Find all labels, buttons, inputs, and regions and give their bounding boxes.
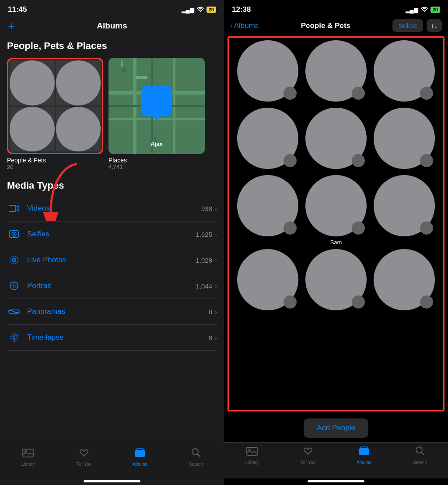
selfies-label: Selfies <box>27 230 196 239</box>
places-thumbnail: 45 28 Ajax <box>108 58 205 154</box>
person-item-6[interactable] <box>372 108 437 172</box>
select-button[interactable]: Select <box>392 19 423 32</box>
tab-library-label-right: Library <box>245 460 259 465</box>
tab-search-label-right: Search <box>413 460 427 465</box>
people-pets-album-card[interactable]: People & Pets 20 <box>7 58 103 170</box>
person-item-10[interactable] <box>235 249 300 313</box>
people-pets-name: People & Pets <box>7 157 103 164</box>
home-indicator-right <box>308 480 364 482</box>
person-item-11[interactable] <box>304 249 368 313</box>
svg-point-19 <box>14 260 15 261</box>
person-item-12[interactable] <box>372 249 437 313</box>
svg-rect-31 <box>247 447 257 455</box>
people-pets-places-title: People, Pets & Places <box>7 40 217 52</box>
tab-albums-right[interactable]: Albums <box>336 446 392 465</box>
tab-albums-left[interactable]: Albums <box>112 448 168 467</box>
portrait-count: 1,044 <box>196 282 212 290</box>
tab-bar-right: Library For You Albums <box>224 442 448 478</box>
search-icon-right <box>415 446 425 458</box>
people-grid-row-1 <box>232 40 440 104</box>
media-item-panoramas[interactable]: Panoramas 8 › <box>7 299 217 325</box>
person-circle-1 <box>237 40 298 102</box>
person-circle-3 <box>374 40 435 102</box>
media-item-live-photos[interactable]: Live Photos 1,029 › <box>7 247 217 273</box>
tab-foryou-label-left: For You <box>77 462 91 467</box>
live-photos-count: 1,029 <box>196 257 212 264</box>
face-3 <box>10 107 55 152</box>
tab-albums-label-right: Albums <box>357 460 371 465</box>
svg-point-16 <box>13 233 15 235</box>
live-photos-label: Live Photos <box>27 256 196 264</box>
people-grid-row-4 <box>232 249 440 313</box>
timelapse-label: Time-lapse <box>27 333 209 342</box>
svg-rect-8 <box>136 76 147 79</box>
svg-rect-26 <box>23 449 33 457</box>
person-item-9[interactable] <box>372 175 437 246</box>
add-album-button[interactable]: + <box>8 19 14 33</box>
face-circle-4 <box>56 107 101 152</box>
svg-point-24 <box>12 335 16 340</box>
videos-chevron: › <box>215 205 217 212</box>
left-panel: 11:45 ▂▄▆ 29 + Albums People, Pets & Pla… <box>0 0 224 485</box>
places-album-card[interactable]: 45 28 Ajax Places 4,741 <box>108 58 205 170</box>
tab-library-right[interactable]: Library <box>224 446 280 465</box>
person-circle-11 <box>305 249 367 310</box>
media-item-portrait[interactable]: Portrait 1,044 › <box>7 273 217 299</box>
selfies-chevron: › <box>215 231 217 238</box>
person-name-sam: Sam <box>330 239 342 246</box>
person-item-1[interactable] <box>235 40 300 104</box>
tab-foryou-left[interactable]: For You <box>56 448 112 467</box>
person-circle-5 <box>305 108 367 169</box>
selfies-count: 1,625 <box>196 231 212 238</box>
panoramas-chevron: › <box>215 308 217 316</box>
people-pets-count: 20 <box>7 164 103 170</box>
page-title-right: People & Pets <box>262 21 389 30</box>
add-people-button[interactable]: Add People <box>304 418 368 438</box>
portrait-chevron: › <box>215 282 217 290</box>
right-panel: 12:38 ▂▄▆ 20 ‹ Albums People & Pets Sele… <box>224 0 448 485</box>
tab-library-left[interactable]: Library <box>0 448 56 467</box>
tab-foryou-right[interactable]: For You <box>280 446 336 465</box>
person-circle-7 <box>237 175 298 236</box>
library-icon-left <box>22 448 34 460</box>
media-item-selfies[interactable]: Selfies 1,625 › <box>7 221 217 247</box>
svg-rect-33 <box>359 448 369 455</box>
search-icon-left <box>191 448 201 460</box>
svg-point-0 <box>200 11 201 11</box>
foryou-icon-right <box>303 446 313 458</box>
people-grid-row-3: Sam <box>232 175 440 246</box>
library-icon-right <box>246 446 258 458</box>
status-icons-left: ▂▄▆ 29 <box>182 7 216 13</box>
portrait-icon <box>7 279 21 293</box>
timelapse-count: 8 <box>209 334 212 341</box>
albums-section: People & Pets 20 <box>7 58 217 170</box>
tab-albums-label-left: Albums <box>133 462 147 467</box>
map-pin <box>141 86 172 116</box>
person-item-3[interactable] <box>372 40 437 104</box>
places-count: 4,741 <box>108 164 205 170</box>
person-item-7[interactable] <box>235 175 300 246</box>
face-1 <box>10 60 55 105</box>
tab-library-label-left: Library <box>21 462 35 467</box>
panorama-icon <box>7 305 21 319</box>
sort-button[interactable]: ↑↓ <box>427 19 442 32</box>
svg-point-25 <box>13 337 15 338</box>
svg-text:28: 28 <box>122 68 127 73</box>
media-item-videos[interactable]: Videos 938 › <box>7 196 217 221</box>
albums-grid: People & Pets 20 <box>7 58 217 170</box>
foryou-icon-left <box>79 448 89 460</box>
tab-search-right[interactable]: Search <box>392 446 448 465</box>
face-4 <box>56 107 101 152</box>
face-circle-3 <box>10 107 55 152</box>
person-item-sam[interactable]: Sam <box>304 175 368 246</box>
status-time-left: 11:45 <box>8 5 27 14</box>
back-button[interactable]: ‹ Albums <box>230 21 259 30</box>
people-thumbnail <box>7 58 103 154</box>
tab-bar-left: Library For You Albums <box>0 444 224 480</box>
person-circle-4 <box>237 108 298 169</box>
person-item-4[interactable] <box>235 108 300 172</box>
media-item-timelapse[interactable]: Time-lapse 8 › <box>7 325 217 351</box>
tab-search-left[interactable]: Search <box>168 448 224 467</box>
person-item-5[interactable] <box>304 108 368 172</box>
person-item-2[interactable] <box>304 40 368 104</box>
